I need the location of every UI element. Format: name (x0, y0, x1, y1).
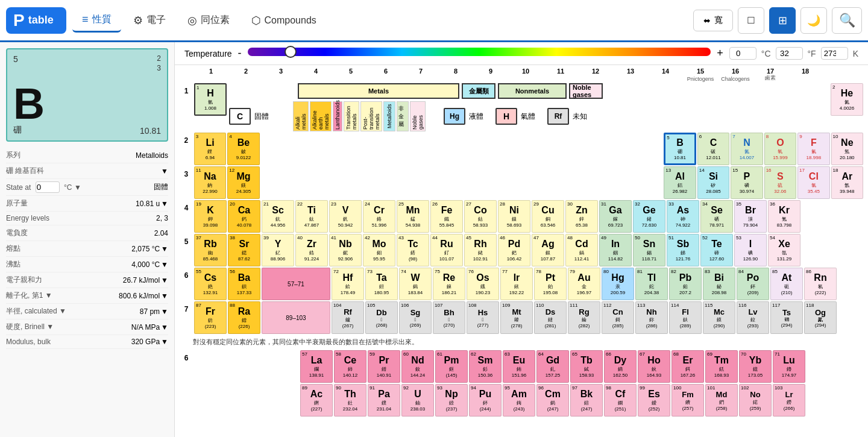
element-Db[interactable]: 105Db𬭊(268) (365, 301, 398, 334)
temp-celsius-input[interactable] (729, 47, 756, 60)
element-Pd[interactable]: 46Pd鈀106.42 (498, 234, 530, 266)
nav-electrons[interactable]: ⚙ 電子 (124, 9, 175, 32)
layout-single-button[interactable]: □ (738, 7, 764, 34)
element-Tb[interactable]: 65Tb鋱158.93 (570, 350, 603, 383)
temp-kelvin-input[interactable] (821, 47, 848, 60)
element-Mc[interactable]: 115Mc鏌(290) (703, 301, 735, 334)
element-Pu[interactable]: 94Pu鈈(244) (469, 384, 502, 417)
nav-isotopes[interactable]: ◎ 同位素 (178, 9, 239, 32)
element-Ho[interactable]: 67Ho鈥164.93 (638, 350, 670, 383)
element-Ne[interactable]: 10Ne氖20.180 (831, 133, 863, 165)
element-Rb[interactable]: 37Rb銣85.468 (194, 234, 227, 266)
element-Na[interactable]: 11Na鈉22.990 (194, 166, 226, 199)
element-Np[interactable]: 93Np錼(237) (435, 384, 468, 417)
element-Cn[interactable]: 112Cn鎶(285) (602, 301, 634, 334)
element-Nd[interactable]: 60Nd釹144.24 (401, 350, 434, 383)
element-Es[interactable]: 99Es鑀(252) (638, 384, 670, 417)
element-Al[interactable]: 13Al鋁26.982 (664, 166, 696, 199)
element-Ca[interactable]: 20Ca鈣40.078 (228, 200, 260, 233)
element-Xe[interactable]: 54Xe氙131.29 (768, 234, 800, 266)
element-Pm[interactable]: 61Pm鉕(145) (435, 350, 468, 383)
element-Br[interactable]: 35Br溴79.904 (734, 200, 767, 233)
element-Cl[interactable]: 17Cl氯35.45 (797, 166, 829, 199)
element-Po[interactable]: 84Po鈈(209) (737, 268, 769, 300)
element-Se[interactable]: 34Se硒78.971 (700, 200, 733, 233)
element-Rh[interactable]: 45Rh銠102.91 (464, 234, 497, 266)
element-Yb[interactable]: 70Yb鐿173.05 (739, 350, 772, 383)
element-Gd[interactable]: 64Gd釓157.25 (536, 350, 569, 383)
element-Md[interactable]: 101Md鍆(258) (705, 384, 738, 417)
state-temp-input[interactable] (36, 181, 60, 193)
element-Nb[interactable]: 41Nb鈮92.906 (329, 234, 362, 266)
layout-grid-button[interactable]: ⊞ (769, 7, 796, 34)
element-Sg[interactable]: 106Sg𬭳(269) (399, 301, 432, 334)
element-Mg[interactable]: 12Mg鎂24.305 (227, 166, 259, 199)
element-Rn[interactable]: 86Rn氡(222) (804, 268, 837, 300)
element-He[interactable]: 2 He 氦 4.0026 (831, 83, 863, 116)
element-Fm[interactable]: 100Fm鐨(257) (671, 384, 704, 417)
element-Cf[interactable]: 98Cf鐦(251) (604, 384, 637, 417)
search-button[interactable]: 🔍 (832, 7, 862, 34)
element-Ru[interactable]: 44Ru釕101.07 (430, 234, 463, 266)
element-Fr[interactable]: 87Fr鈁(223) (194, 301, 227, 334)
element-Y[interactable]: 39Y釔88.906 (262, 234, 294, 266)
element-Bi[interactable]: 83Bi鉍208.98 (703, 268, 735, 300)
element-Og[interactable]: 118Og鿫(294) (804, 301, 837, 334)
logo[interactable]: P table (6, 7, 66, 34)
element-Cs[interactable]: 55Cs銫132.91 (194, 268, 227, 300)
element-Kr[interactable]: 36Kr氪83.798 (768, 200, 800, 233)
element-Cd[interactable]: 48Cd鎘112.41 (565, 234, 598, 266)
element-Sc[interactable]: 21Sc鈧44.956 (262, 200, 294, 233)
state-unit-dropdown[interactable]: ▼ (74, 183, 81, 192)
element-As[interactable]: 33As砷74.922 (667, 200, 699, 233)
element-Cm[interactable]: 96Cm鋦(247) (536, 384, 569, 417)
element-Sn[interactable]: 50Sn錫118.71 (633, 234, 665, 266)
element-No[interactable]: 102No鍩(259) (739, 384, 772, 417)
element-Te[interactable]: 52Te碲127.60 (700, 234, 733, 266)
element-N[interactable]: 7N氮14.007 (731, 133, 763, 165)
element-Rf[interactable]: 104Rf鑪(267) (332, 301, 364, 334)
element-Ds[interactable]: 110Ds鐽(281) (534, 301, 567, 334)
element-Dy[interactable]: 66Dy鏑162.50 (604, 350, 637, 383)
element-F[interactable]: 9F氟18.998 (797, 133, 829, 165)
element-La[interactable]: 57La鑭138.91 (300, 350, 333, 383)
element-Hs[interactable]: 108Hs𬭶(277) (467, 301, 499, 334)
element-Ta[interactable]: 73Ta鉭180.95 (365, 268, 398, 300)
element-Tc[interactable]: 43Tc鎝(98) (397, 234, 429, 266)
element-Cu[interactable]: 29Cu銅63.546 (532, 200, 564, 233)
element-V[interactable]: 23V釩50.942 (329, 200, 362, 233)
element-Au[interactable]: 79Au金196.97 (568, 268, 600, 300)
element-Zn[interactable]: 30Zn鋅65.38 (565, 200, 598, 233)
element-Pb[interactable]: 82Pb鉛207.2 (669, 268, 702, 300)
element-Ag[interactable]: 47Ag銀107.87 (532, 234, 564, 266)
ionization-dropdown[interactable]: ▼ (45, 291, 52, 300)
element-P[interactable]: 15P磷30.974 (731, 166, 763, 199)
element-Li[interactable]: 3Li鋰6.94 (194, 133, 226, 165)
element-Th[interactable]: 90Th釷232.04 (334, 384, 366, 417)
element-Sb[interactable]: 51Sb銻121.76 (667, 234, 699, 266)
element-Ac[interactable]: 89Ac錒(227) (300, 384, 333, 417)
element-Be[interactable]: 4Be鈹9.0122 (227, 133, 259, 165)
temp-plus-button[interactable]: + (717, 47, 723, 60)
wide-button[interactable]: ⬌ 寬 (693, 10, 733, 31)
element-Pt[interactable]: 78Pt鉑195.08 (534, 268, 567, 300)
element-Lr[interactable]: 103Lr鐒(266) (773, 384, 805, 417)
element-O[interactable]: 8O氧15.999 (764, 133, 796, 165)
element-S[interactable]: 16S硫32.06 (764, 166, 796, 199)
element-Tm[interactable]: 69Tm銩168.93 (705, 350, 738, 383)
element-Cr[interactable]: 24Cr鉻51.996 (363, 200, 395, 233)
element-Sm[interactable]: 62Sm釤150.36 (469, 350, 502, 383)
element-Zr[interactable]: 40Zr鋯91.224 (295, 234, 328, 266)
element-Pa[interactable]: 91Pa鏷231.04 (368, 384, 400, 417)
element-Am[interactable]: 95Am鋂(243) (503, 384, 535, 417)
element-Os[interactable]: 76Os鋨190.23 (467, 268, 499, 300)
hardness-dropdown[interactable]: ▼ (46, 322, 54, 331)
element-Ce[interactable]: 58Ce鈰140.12 (334, 350, 366, 383)
element-In[interactable]: 49In銦114.82 (599, 234, 632, 266)
radius-dropdown[interactable]: ▼ (59, 307, 66, 315)
element-Hf[interactable]: 72Hf鉿178.49 (332, 268, 364, 300)
temp-thumb[interactable] (285, 46, 297, 58)
temp-minus-button[interactable]: - (238, 47, 242, 60)
element-Ga[interactable]: 31Ga鎵69.723 (599, 200, 632, 233)
nav-properties[interactable]: ≡ 性質 (72, 8, 121, 33)
